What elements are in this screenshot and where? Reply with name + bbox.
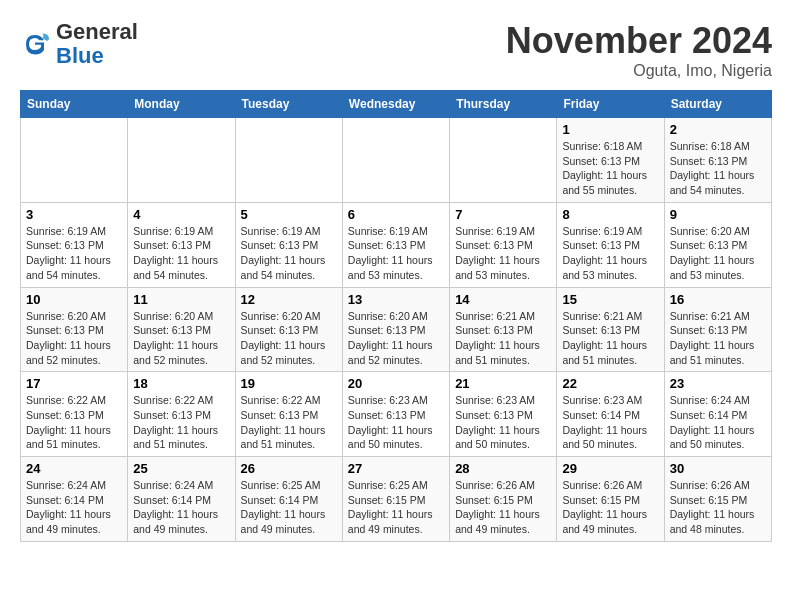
day-detail: Sunrise: 6:26 AM Sunset: 6:15 PM Dayligh… <box>670 478 766 537</box>
day-detail: Sunrise: 6:23 AM Sunset: 6:13 PM Dayligh… <box>455 393 551 452</box>
day-number: 2 <box>670 122 766 137</box>
header-day-monday: Monday <box>128 91 235 118</box>
day-number: 23 <box>670 376 766 391</box>
week-row-4: 17Sunrise: 6:22 AM Sunset: 6:13 PM Dayli… <box>21 372 772 457</box>
day-detail: Sunrise: 6:23 AM Sunset: 6:13 PM Dayligh… <box>348 393 444 452</box>
day-number: 15 <box>562 292 658 307</box>
calendar-table: SundayMondayTuesdayWednesdayThursdayFrid… <box>20 90 772 542</box>
day-number: 8 <box>562 207 658 222</box>
calendar-cell: 15Sunrise: 6:21 AM Sunset: 6:13 PM Dayli… <box>557 287 664 372</box>
calendar-cell <box>450 118 557 203</box>
calendar-cell: 29Sunrise: 6:26 AM Sunset: 6:15 PM Dayli… <box>557 457 664 542</box>
calendar-cell: 13Sunrise: 6:20 AM Sunset: 6:13 PM Dayli… <box>342 287 449 372</box>
day-detail: Sunrise: 6:26 AM Sunset: 6:15 PM Dayligh… <box>455 478 551 537</box>
day-detail: Sunrise: 6:24 AM Sunset: 6:14 PM Dayligh… <box>133 478 229 537</box>
calendar-cell: 16Sunrise: 6:21 AM Sunset: 6:13 PM Dayli… <box>664 287 771 372</box>
day-detail: Sunrise: 6:19 AM Sunset: 6:13 PM Dayligh… <box>241 224 337 283</box>
day-detail: Sunrise: 6:18 AM Sunset: 6:13 PM Dayligh… <box>670 139 766 198</box>
calendar-cell: 7Sunrise: 6:19 AM Sunset: 6:13 PM Daylig… <box>450 202 557 287</box>
day-number: 3 <box>26 207 122 222</box>
day-number: 21 <box>455 376 551 391</box>
day-detail: Sunrise: 6:19 AM Sunset: 6:13 PM Dayligh… <box>26 224 122 283</box>
day-number: 27 <box>348 461 444 476</box>
day-detail: Sunrise: 6:23 AM Sunset: 6:14 PM Dayligh… <box>562 393 658 452</box>
day-number: 26 <box>241 461 337 476</box>
day-number: 14 <box>455 292 551 307</box>
day-detail: Sunrise: 6:20 AM Sunset: 6:13 PM Dayligh… <box>133 309 229 368</box>
day-detail: Sunrise: 6:24 AM Sunset: 6:14 PM Dayligh… <box>670 393 766 452</box>
week-row-5: 24Sunrise: 6:24 AM Sunset: 6:14 PM Dayli… <box>21 457 772 542</box>
calendar-cell: 20Sunrise: 6:23 AM Sunset: 6:13 PM Dayli… <box>342 372 449 457</box>
calendar-cell: 17Sunrise: 6:22 AM Sunset: 6:13 PM Dayli… <box>21 372 128 457</box>
day-detail: Sunrise: 6:18 AM Sunset: 6:13 PM Dayligh… <box>562 139 658 198</box>
day-number: 16 <box>670 292 766 307</box>
day-number: 12 <box>241 292 337 307</box>
calendar-cell: 5Sunrise: 6:19 AM Sunset: 6:13 PM Daylig… <box>235 202 342 287</box>
day-number: 18 <box>133 376 229 391</box>
calendar-cell: 18Sunrise: 6:22 AM Sunset: 6:13 PM Dayli… <box>128 372 235 457</box>
calendar-cell: 9Sunrise: 6:20 AM Sunset: 6:13 PM Daylig… <box>664 202 771 287</box>
calendar-cell <box>342 118 449 203</box>
calendar-cell: 19Sunrise: 6:22 AM Sunset: 6:13 PM Dayli… <box>235 372 342 457</box>
day-detail: Sunrise: 6:21 AM Sunset: 6:13 PM Dayligh… <box>670 309 766 368</box>
calendar-cell <box>128 118 235 203</box>
day-detail: Sunrise: 6:19 AM Sunset: 6:13 PM Dayligh… <box>133 224 229 283</box>
calendar-cell: 21Sunrise: 6:23 AM Sunset: 6:13 PM Dayli… <box>450 372 557 457</box>
calendar-cell: 22Sunrise: 6:23 AM Sunset: 6:14 PM Dayli… <box>557 372 664 457</box>
calendar-cell: 26Sunrise: 6:25 AM Sunset: 6:14 PM Dayli… <box>235 457 342 542</box>
calendar-cell: 6Sunrise: 6:19 AM Sunset: 6:13 PM Daylig… <box>342 202 449 287</box>
day-number: 7 <box>455 207 551 222</box>
day-number: 10 <box>26 292 122 307</box>
calendar-cell: 2Sunrise: 6:18 AM Sunset: 6:13 PM Daylig… <box>664 118 771 203</box>
header-day-thursday: Thursday <box>450 91 557 118</box>
logo-text: General Blue <box>56 20 138 68</box>
header-day-saturday: Saturday <box>664 91 771 118</box>
week-row-3: 10Sunrise: 6:20 AM Sunset: 6:13 PM Dayli… <box>21 287 772 372</box>
day-number: 29 <box>562 461 658 476</box>
calendar-cell: 4Sunrise: 6:19 AM Sunset: 6:13 PM Daylig… <box>128 202 235 287</box>
day-number: 6 <box>348 207 444 222</box>
calendar-cell: 24Sunrise: 6:24 AM Sunset: 6:14 PM Dayli… <box>21 457 128 542</box>
subtitle: Oguta, Imo, Nigeria <box>506 62 772 80</box>
day-detail: Sunrise: 6:21 AM Sunset: 6:13 PM Dayligh… <box>455 309 551 368</box>
logo-icon <box>20 29 50 59</box>
title-section: November 2024 Oguta, Imo, Nigeria <box>506 20 772 80</box>
day-number: 22 <box>562 376 658 391</box>
logo: General Blue <box>20 20 138 68</box>
calendar-cell: 3Sunrise: 6:19 AM Sunset: 6:13 PM Daylig… <box>21 202 128 287</box>
day-number: 24 <box>26 461 122 476</box>
day-number: 9 <box>670 207 766 222</box>
header-day-friday: Friday <box>557 91 664 118</box>
day-number: 5 <box>241 207 337 222</box>
header-row: SundayMondayTuesdayWednesdayThursdayFrid… <box>21 91 772 118</box>
day-number: 13 <box>348 292 444 307</box>
day-detail: Sunrise: 6:20 AM Sunset: 6:13 PM Dayligh… <box>241 309 337 368</box>
header: General Blue November 2024 Oguta, Imo, N… <box>20 20 772 80</box>
calendar-cell: 27Sunrise: 6:25 AM Sunset: 6:15 PM Dayli… <box>342 457 449 542</box>
calendar-cell: 10Sunrise: 6:20 AM Sunset: 6:13 PM Dayli… <box>21 287 128 372</box>
calendar-cell: 28Sunrise: 6:26 AM Sunset: 6:15 PM Dayli… <box>450 457 557 542</box>
day-detail: Sunrise: 6:19 AM Sunset: 6:13 PM Dayligh… <box>455 224 551 283</box>
day-detail: Sunrise: 6:24 AM Sunset: 6:14 PM Dayligh… <box>26 478 122 537</box>
day-detail: Sunrise: 6:26 AM Sunset: 6:15 PM Dayligh… <box>562 478 658 537</box>
week-row-2: 3Sunrise: 6:19 AM Sunset: 6:13 PM Daylig… <box>21 202 772 287</box>
header-day-sunday: Sunday <box>21 91 128 118</box>
calendar-cell <box>21 118 128 203</box>
day-number: 25 <box>133 461 229 476</box>
day-number: 20 <box>348 376 444 391</box>
month-title: November 2024 <box>506 20 772 62</box>
day-detail: Sunrise: 6:25 AM Sunset: 6:15 PM Dayligh… <box>348 478 444 537</box>
day-detail: Sunrise: 6:20 AM Sunset: 6:13 PM Dayligh… <box>670 224 766 283</box>
day-number: 17 <box>26 376 122 391</box>
calendar-cell: 14Sunrise: 6:21 AM Sunset: 6:13 PM Dayli… <box>450 287 557 372</box>
day-detail: Sunrise: 6:22 AM Sunset: 6:13 PM Dayligh… <box>133 393 229 452</box>
calendar-cell: 1Sunrise: 6:18 AM Sunset: 6:13 PM Daylig… <box>557 118 664 203</box>
day-detail: Sunrise: 6:22 AM Sunset: 6:13 PM Dayligh… <box>26 393 122 452</box>
day-number: 1 <box>562 122 658 137</box>
calendar-cell: 12Sunrise: 6:20 AM Sunset: 6:13 PM Dayli… <box>235 287 342 372</box>
calendar-cell: 23Sunrise: 6:24 AM Sunset: 6:14 PM Dayli… <box>664 372 771 457</box>
day-detail: Sunrise: 6:19 AM Sunset: 6:13 PM Dayligh… <box>562 224 658 283</box>
day-detail: Sunrise: 6:19 AM Sunset: 6:13 PM Dayligh… <box>348 224 444 283</box>
day-detail: Sunrise: 6:21 AM Sunset: 6:13 PM Dayligh… <box>562 309 658 368</box>
day-number: 4 <box>133 207 229 222</box>
